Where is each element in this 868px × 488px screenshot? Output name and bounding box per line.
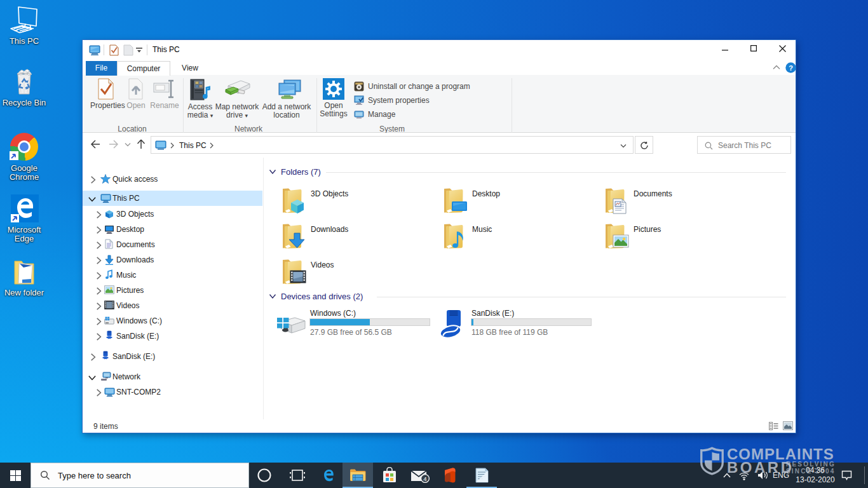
svg-text:?: ? (789, 64, 793, 72)
svg-text:4: 4 (423, 475, 426, 482)
